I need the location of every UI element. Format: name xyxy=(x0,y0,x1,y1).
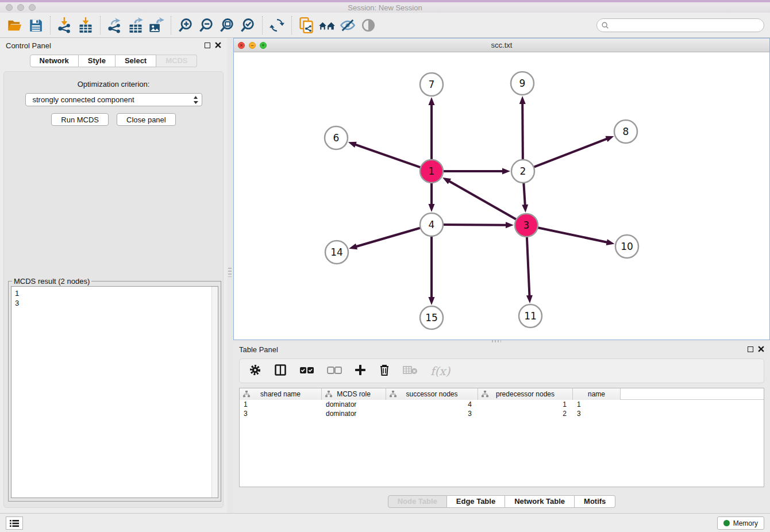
graph-edge-2-8[interactable] xyxy=(533,138,607,167)
node-table: shared nameMCDS rolesuccessor nodesprede… xyxy=(239,388,764,487)
memory-status-icon xyxy=(723,520,730,526)
export-network-icon[interactable] xyxy=(105,15,125,36)
memory-button[interactable]: Memory xyxy=(717,516,764,530)
zoom-fit-icon[interactable] xyxy=(217,15,237,36)
cell[interactable]: 4 xyxy=(386,400,478,409)
graph-node-label: 7 xyxy=(429,79,435,90)
cell[interactable]: dominator xyxy=(322,400,386,409)
import-network-icon[interactable] xyxy=(55,15,75,36)
clone-network-icon[interactable] xyxy=(296,15,317,36)
float-panel-icon[interactable] xyxy=(748,346,753,352)
mcds-tab-content: Optimization criterion: strongly connect… xyxy=(3,71,224,508)
deselect-all-icon[interactable] xyxy=(327,365,342,377)
main-toolbar xyxy=(0,13,770,38)
select-all-icon[interactable] xyxy=(299,365,314,377)
table-header: shared nameMCDS rolesuccessor nodesprede… xyxy=(240,388,764,400)
graph-edge-4-3[interactable] xyxy=(442,225,507,225)
toolbar-separator xyxy=(262,16,263,34)
network-window-titlebar[interactable]: × – + scc.txt xyxy=(234,38,769,52)
graph-edge-4-14[interactable] xyxy=(356,228,422,246)
table-row[interactable]: 1dominator411 xyxy=(240,400,764,409)
app-titlebar: Session: New Session xyxy=(0,0,770,13)
optimization-criterion-select[interactable]: strongly connected component xyxy=(25,93,202,106)
tab-edge-table[interactable]: Edge Table xyxy=(447,495,505,508)
graph-edge-arrowhead xyxy=(429,297,435,305)
graph-edge-arrowhead xyxy=(506,222,514,228)
network-view-window: × – + scc.txt 7968124314101511 xyxy=(233,38,770,340)
tab-style[interactable]: Style xyxy=(79,55,116,67)
run-mcds-button[interactable]: Run MCDS xyxy=(51,113,109,126)
tab-select[interactable]: Select xyxy=(116,55,156,67)
cell[interactable]: 2 xyxy=(478,409,573,418)
status-bar: Memory xyxy=(0,513,770,532)
graph-edge-3-10[interactable] xyxy=(537,228,608,242)
mcds-result-list[interactable]: 1 3 xyxy=(11,286,218,498)
network-window-title: scc.txt xyxy=(234,41,769,49)
column-header-MCDS-role[interactable]: MCDS role xyxy=(322,388,386,400)
optimization-criterion-label: Optimization criterion: xyxy=(4,80,223,88)
tab-network-table[interactable]: Network Table xyxy=(505,495,575,508)
vertical-splitter[interactable] xyxy=(227,38,233,513)
close-panel-button[interactable]: Close panel xyxy=(117,113,176,126)
float-panel-icon[interactable] xyxy=(205,43,210,48)
cell[interactable]: 3 xyxy=(573,409,621,418)
toolbar-separator xyxy=(50,16,51,34)
zoom-out-icon[interactable] xyxy=(196,15,217,36)
tab-node-table[interactable]: Node Table xyxy=(388,495,447,508)
cell[interactable]: 3 xyxy=(386,409,478,418)
cell[interactable]: 1 xyxy=(240,400,322,409)
memory-label: Memory xyxy=(733,519,758,527)
open-file-icon[interactable] xyxy=(5,15,25,36)
graph-node-label: 1 xyxy=(429,165,435,177)
cell[interactable]: 3 xyxy=(240,409,322,418)
control-panel-tabs: NetworkStyleSelectMCDS xyxy=(0,55,227,67)
graph-node-label: 11 xyxy=(524,310,537,322)
save-session-icon[interactable] xyxy=(25,15,46,36)
add-column-icon[interactable] xyxy=(355,364,366,378)
column-header-successor-nodes[interactable]: successor nodes xyxy=(386,388,478,400)
cell[interactable]: 1 xyxy=(478,400,573,409)
gear-icon[interactable] xyxy=(249,364,261,379)
toolbar-separator xyxy=(100,16,101,34)
column-header-name[interactable]: name xyxy=(573,388,621,400)
function-builder-icon[interactable]: f(x) xyxy=(430,364,450,378)
show-hidden-icon[interactable] xyxy=(358,15,379,36)
zoom-selected-icon[interactable] xyxy=(237,15,258,36)
hide-selected-icon[interactable] xyxy=(337,15,358,36)
tab-network[interactable]: Network xyxy=(30,55,79,67)
graph-edge-arrowhead xyxy=(606,239,615,245)
show-all-icon[interactable] xyxy=(317,15,337,36)
columns-icon[interactable] xyxy=(274,364,287,379)
graph-edge-arrowhead xyxy=(522,205,528,213)
tab-motifs[interactable]: Motifs xyxy=(575,495,615,508)
graph-edge-3-1[interactable] xyxy=(449,181,518,220)
graph-node-label: 3 xyxy=(523,219,530,231)
column-header-shared-name[interactable]: shared name xyxy=(240,388,322,400)
cell[interactable]: dominator xyxy=(322,409,386,418)
task-history-button[interactable] xyxy=(6,516,23,530)
column-header-predecessor-nodes[interactable]: predecessor nodes xyxy=(478,388,573,400)
graph-node-label: 2 xyxy=(520,165,526,177)
network-canvas[interactable]: 7968124314101511 xyxy=(234,52,769,340)
graph-edge-1-6[interactable] xyxy=(355,144,422,168)
export-table-icon[interactable] xyxy=(125,15,146,36)
close-panel-icon[interactable] xyxy=(215,40,221,51)
search-input[interactable] xyxy=(596,18,764,32)
graph-node-label: 6 xyxy=(333,132,340,144)
tab-mcds[interactable]: MCDS xyxy=(156,55,197,67)
cell[interactable]: 1 xyxy=(573,400,621,409)
import-table-icon[interactable] xyxy=(75,15,96,36)
table-row[interactable]: 3dominator323 xyxy=(240,409,764,418)
delete-column-icon[interactable] xyxy=(379,364,390,379)
delete-table-icon[interactable] xyxy=(403,365,418,377)
close-panel-icon[interactable] xyxy=(758,344,764,354)
splitter-grip[interactable] xyxy=(228,268,232,277)
graph-edge-3-11[interactable] xyxy=(527,236,530,296)
zoom-in-icon[interactable] xyxy=(175,15,196,36)
export-image-icon[interactable] xyxy=(146,15,167,36)
apply-layout-icon[interactable] xyxy=(267,15,287,36)
result-scrollbar[interactable] xyxy=(211,287,218,498)
graph-edge-2-3[interactable] xyxy=(523,182,525,206)
graph-edge-2-9[interactable] xyxy=(522,103,523,161)
graph-edge-arrowhead xyxy=(605,136,614,142)
